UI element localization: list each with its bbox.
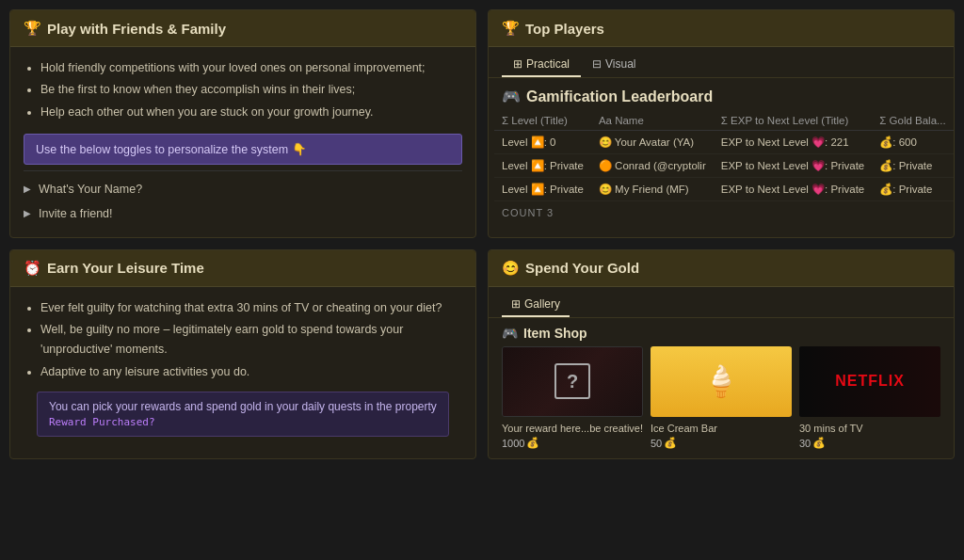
tab-practical-label: Practical: [526, 57, 570, 71]
play-bullet-list: Hold friendly competitions with your lov…: [24, 58, 462, 122]
row1-exp: EXP to Next Level 💗: 221: [714, 131, 873, 154]
leaderboard-table: Σ Level (Title) Aa Name Σ EXP to Next Le…: [494, 111, 954, 201]
count-row: COUNT 3: [489, 201, 954, 224]
shop-item-icecream-img: 🍦: [651, 346, 792, 417]
toggle-invite[interactable]: ▶ Invite a friend!: [24, 201, 462, 226]
toggle-name-label: What's Your Name?: [39, 183, 142, 196]
play-header-icon: 🏆: [24, 20, 41, 37]
toggle-invite-arrow: ▶: [24, 208, 31, 218]
spend-gold-card: 😊 Spend Your Gold ⊞ Gallery 🎮 Item Shop …: [488, 249, 955, 459]
spend-gold-title: Spend Your Gold: [525, 260, 639, 276]
count-label: COUNT: [502, 207, 543, 218]
play-bullet-3: Help each other out when you are stuck o…: [40, 103, 462, 122]
earn-leisure-body: Ever felt guilty for watching that extra…: [10, 287, 475, 452]
earn-bullet-1: Ever felt guilty for watching that extra…: [40, 298, 462, 318]
row1-level: Level 🔼: 0: [494, 131, 591, 154]
ice-cream-visual: 🍦: [651, 346, 792, 417]
earn-leisure-card: ⏰ Earn Your Leisure Time Ever felt guilt…: [9, 249, 476, 459]
shop-item-tv[interactable]: NETFLIX 30 mins of TV 30 💰: [799, 346, 940, 449]
shop-item-tv-name: 30 mins of TV: [799, 422, 940, 435]
shop-item-tv-price: 30 💰: [799, 437, 940, 449]
gold-icon-1: 💰: [526, 437, 539, 449]
shop-grid: ? Your reward here...be creative! 1000 💰…: [489, 346, 954, 458]
earn-leisure-title: Earn Your Leisure Time: [47, 260, 204, 276]
play-bullet-1: Hold friendly competitions with your lov…: [40, 58, 462, 78]
leaderboard-icon: 🎮: [502, 88, 521, 105]
tab-practical[interactable]: ⊞ Practical: [502, 53, 581, 77]
tab-visual-label: Visual: [605, 57, 635, 71]
gallery-icon: ⊞: [511, 297, 521, 311]
spend-gold-header: 😊 Spend Your Gold: [489, 250, 954, 287]
item-shop-title-text: Item Shop: [523, 326, 587, 341]
netflix-logo: NETFLIX: [835, 373, 905, 390]
table-row: Level 🔼: 0 😊 Your Avatar (YA) EXP to Nex…: [494, 131, 954, 154]
earn-bullet-2: Well, be guilty no more – legitimately e…: [40, 320, 462, 360]
info-banner-text: You can pick your rewards and spend gold…: [49, 400, 437, 413]
col-level: Σ Level (Title): [494, 111, 591, 131]
row3-name: 😊 My Friend (MF): [591, 178, 714, 201]
shop-item-creative-name: Your reward here...be creative!: [502, 422, 643, 435]
question-box-icon: ?: [554, 363, 590, 399]
shop-item-icecream[interactable]: 🍦 Ice Cream Bar 50 💰: [651, 346, 792, 449]
top-players-tabs: ⊞ Practical ⊟ Visual: [489, 47, 954, 78]
toggle-name[interactable]: ▶ What's Your Name?: [24, 177, 462, 201]
row2-name: 🟠 Conrad (@cryptolir: [591, 154, 714, 178]
top-players-card: 🏆 Top Players ⊞ Practical ⊟ Visual 🎮 Gam…: [488, 9, 955, 238]
leaderboard-title: 🎮 Gamification Leaderboard: [489, 78, 954, 111]
col-exp: Σ EXP to Next Level (Title): [714, 111, 873, 131]
tab-visual[interactable]: ⊟ Visual: [581, 53, 647, 77]
item-shop-title: 🎮 Item Shop: [489, 318, 954, 346]
table-row: Level 🔼: Private 😊 My Friend (MF) EXP to…: [494, 178, 954, 201]
row3-exp: EXP to Next Level 💗: Private: [714, 178, 873, 201]
tab-visual-icon: ⊟: [592, 57, 602, 71]
row2-exp: EXP to Next Level 💗: Private: [714, 154, 873, 178]
row1-name: 😊 Your Avatar (YA): [591, 131, 714, 154]
row2-gold: 💰: Private: [872, 154, 953, 178]
row1-gold: 💰: 600: [872, 131, 953, 154]
gold-icon-2: 💰: [664, 437, 677, 449]
leaderboard-title-text: Gamification Leaderboard: [526, 88, 713, 105]
reward-code: Reward Purchased?: [49, 416, 437, 428]
gallery-label: Gallery: [524, 297, 560, 311]
shop-item-creative-price: 1000 💰: [502, 437, 643, 449]
play-header-title: Play with Friends & Family: [47, 21, 226, 37]
earn-leisure-icon: ⏰: [24, 260, 41, 277]
leaderboard-table-wrap: Σ Level (Title) Aa Name Σ EXP to Next Le…: [489, 111, 954, 201]
top-players-icon: 🏆: [502, 20, 520, 37]
earn-bullet-list: Ever felt guilty for watching that extra…: [24, 298, 462, 382]
tab-practical-icon: ⊞: [513, 57, 522, 71]
row3-gold: 💰: Private: [872, 178, 953, 201]
col-name: Aa Name: [591, 111, 714, 131]
spend-gold-icon: 😊: [502, 260, 520, 277]
col-gold: Σ Gold Bala...: [872, 111, 953, 131]
shop-item-creative[interactable]: ? Your reward here...be creative! 1000 💰: [502, 346, 643, 449]
shop-item-tv-img: NETFLIX: [799, 346, 940, 417]
toggle-banner: Use the below toggles to personalize the…: [24, 134, 462, 165]
shop-item-icecream-name: Ice Cream Bar: [651, 422, 792, 435]
row2-level: Level 🔼: Private: [494, 154, 591, 178]
earn-leisure-header: ⏰ Earn Your Leisure Time: [10, 250, 475, 287]
toggle-name-arrow: ▶: [24, 184, 31, 194]
table-row: Level 🔼: Private 🟠 Conrad (@cryptolir EX…: [494, 154, 954, 178]
play-card-body: Hold friendly competitions with your lov…: [10, 47, 475, 237]
earn-bullet-3: Adaptive to any leisure activities you d…: [40, 362, 462, 382]
gallery-tabs: ⊞ Gallery: [489, 287, 954, 318]
toggle-invite-label: Invite a friend!: [39, 207, 113, 220]
top-players-title: Top Players: [525, 21, 604, 37]
item-shop-icon: 🎮: [502, 326, 518, 341]
earn-info-banner: You can pick your rewards and spend gold…: [37, 392, 449, 437]
row3-level: Level 🔼: Private: [494, 178, 591, 201]
tab-gallery[interactable]: ⊞ Gallery: [502, 293, 570, 317]
ice-cream-icon: 🍦: [702, 363, 740, 399]
top-players-header: 🏆 Top Players: [489, 10, 954, 47]
gold-icon-3: 💰: [812, 437, 826, 449]
play-with-friends-card: 🏆 Play with Friends & Family Hold friend…: [9, 9, 476, 238]
count-value: 3: [547, 207, 554, 218]
play-with-friends-header: 🏆 Play with Friends & Family: [10, 10, 475, 47]
shop-item-icecream-price: 50 💰: [651, 437, 792, 449]
play-bullet-2: Be the first to know when they accomplis…: [40, 80, 462, 100]
shop-item-creative-img: ?: [502, 346, 643, 417]
